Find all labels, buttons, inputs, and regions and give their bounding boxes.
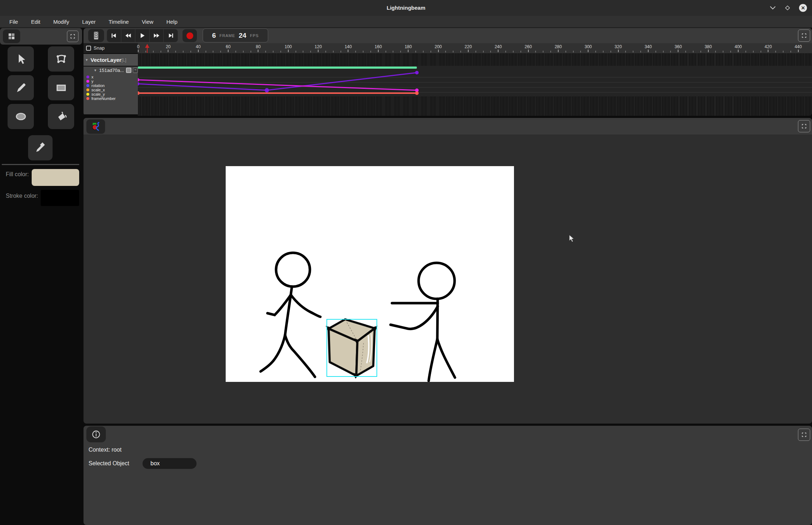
layer-span-bar[interactable]	[138, 67, 417, 69]
window-title: Lightningbeam	[0, 0, 812, 16]
keyframe-x[interactable]	[138, 82, 140, 86]
ruler-tick	[543, 51, 543, 52]
ruler-label: 320	[611, 44, 626, 49]
keyframe-frameNumber[interactable]	[415, 91, 419, 95]
ruler-tick	[370, 51, 371, 52]
layer-row-sublayer[interactable]: ▾ 151ad70a... ~	[84, 67, 138, 74]
property-row-frameNumber[interactable]: frameNumber	[84, 96, 138, 101]
keyframe-y[interactable]	[138, 78, 140, 82]
fill-color-label: Fill color:	[6, 171, 29, 178]
ruler-label: 200	[431, 44, 446, 49]
property-color-dot	[86, 80, 89, 83]
expand-icon	[801, 432, 807, 438]
frame-unit-label: FRAME	[220, 33, 235, 38]
layer-row-vectorlayer[interactable]: ▾ VectorLayer [L]	[84, 54, 138, 66]
keyframe-x[interactable]	[415, 71, 419, 74]
ruler-tick	[355, 51, 356, 52]
pencil-tool[interactable]	[8, 75, 34, 100]
menu-item-edit[interactable]: Edit	[26, 17, 45, 26]
film-button[interactable]	[88, 29, 104, 42]
property-color-dot	[86, 93, 89, 96]
fast-forward-button[interactable]	[150, 29, 164, 42]
playhead-stem[interactable]	[147, 47, 148, 53]
ruler-tick	[393, 51, 393, 52]
paint-bucket-tool[interactable]	[48, 104, 74, 129]
play-button[interactable]	[135, 29, 149, 42]
info-button[interactable]	[86, 426, 106, 442]
stick-figure-left[interactable]	[261, 253, 320, 377]
ruler-label: 0	[131, 44, 145, 49]
rectangle-tool[interactable]	[48, 75, 74, 100]
menu-item-help[interactable]: Help	[161, 17, 182, 26]
ruler-tick	[490, 51, 491, 52]
select-icon	[14, 52, 28, 66]
timeline-expand-button[interactable]	[798, 29, 810, 42]
fps-value: 24	[239, 32, 246, 40]
ruler-tick	[251, 51, 251, 52]
property-row-rotation[interactable]: rotation	[84, 83, 138, 88]
ruler-tick	[483, 51, 484, 52]
ruler-tick	[520, 51, 521, 52]
snap-checkbox[interactable]	[86, 46, 91, 51]
inspector-expand-button[interactable]	[798, 429, 810, 441]
property-name: x	[91, 75, 94, 79]
stroke-color-swatch[interactable]	[41, 190, 79, 206]
layer-collapse-triangle-icon[interactable]: ▾	[86, 58, 88, 62]
canvas-expand-button[interactable]	[798, 120, 810, 132]
keyframe-x[interactable]	[265, 88, 269, 92]
timeline-ruler[interactable]: 0204060801001201401601802002202402602803…	[138, 43, 812, 53]
property-row-y[interactable]: y	[84, 79, 138, 83]
fill-color-swatch[interactable]	[32, 169, 79, 186]
ruler-tick	[610, 51, 611, 52]
canvas-logo-button[interactable]	[86, 119, 105, 134]
ruler-tick	[738, 50, 739, 52]
tool-grid-toggle-button[interactable]	[3, 29, 20, 43]
ruler-tick	[693, 51, 694, 52]
menu-item-timeline[interactable]: Timeline	[104, 17, 134, 26]
menu-item-modify[interactable]: Modify	[48, 17, 74, 26]
ruler-tick	[550, 51, 551, 52]
close-icon[interactable]: ✕	[799, 4, 807, 12]
ruler-tick	[161, 51, 161, 52]
ruler-label: 360	[671, 44, 685, 49]
sublayer-wave-button[interactable]: ~	[133, 68, 138, 73]
frame-value: 6	[212, 32, 216, 40]
menu-item-file[interactable]: File	[4, 17, 23, 26]
eyedropper-tool[interactable]	[28, 135, 53, 160]
stick-figure-right[interactable]	[391, 263, 455, 381]
box-object[interactable]	[326, 319, 378, 379]
transform-tool[interactable]	[48, 46, 74, 72]
ruler-tick	[213, 51, 213, 52]
sublayer-collapse-triangle-icon[interactable]: ▾	[94, 68, 96, 73]
property-row-scale_x[interactable]: scale_x	[84, 88, 138, 92]
skip-end-icon	[167, 32, 175, 39]
maximize-diamond-icon[interactable]	[785, 5, 790, 11]
menu-bar: FileEditModifyLayerTimelineViewHelp	[0, 16, 812, 28]
info-icon	[91, 429, 101, 439]
tools-expand-button[interactable]	[67, 31, 78, 42]
record-button[interactable]	[182, 29, 197, 42]
property-name: frameNumber	[91, 97, 116, 101]
ruler-tick	[243, 51, 244, 52]
menu-item-layer[interactable]: Layer	[77, 17, 101, 26]
select-tool[interactable]	[8, 46, 34, 72]
menu-item-view[interactable]: View	[137, 17, 158, 26]
property-row-x[interactable]: x	[84, 75, 138, 79]
ruler-tick	[700, 51, 701, 52]
sublayer-visibility-button[interactable]	[126, 68, 131, 73]
stage[interactable]	[226, 166, 514, 382]
ruler-tick	[798, 50, 799, 52]
property-row-scale_y[interactable]: scale_y	[84, 92, 138, 96]
rewind-button[interactable]	[121, 29, 135, 42]
tool-grid	[8, 46, 74, 129]
ruler-tick	[235, 51, 236, 52]
ruler-tick	[595, 51, 596, 52]
keyframe-frameNumber[interactable]	[138, 91, 140, 95]
skip-start-button[interactable]	[107, 29, 121, 42]
selected-object-value[interactable]: box	[143, 458, 197, 469]
ruler-tick	[325, 51, 326, 52]
tools-sidebar: Fill color: Stroke color:	[0, 45, 82, 525]
skip-end-button[interactable]	[164, 29, 178, 42]
minimize-chevron-icon[interactable]	[770, 6, 776, 10]
ellipse-tool[interactable]	[8, 104, 34, 129]
